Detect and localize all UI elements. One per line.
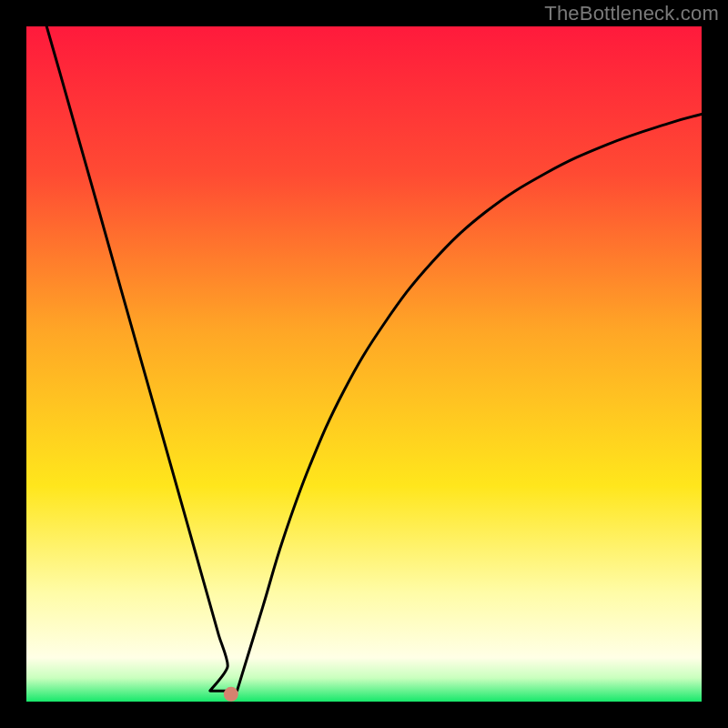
gradient-background — [26, 26, 702, 702]
plot-area — [26, 26, 702, 702]
chart-container: TheBottleneck.com — [0, 0, 728, 728]
attribution-label: TheBottleneck.com — [544, 2, 719, 25]
bottleneck-chart — [26, 26, 702, 702]
optimal-point-marker — [224, 687, 238, 702]
